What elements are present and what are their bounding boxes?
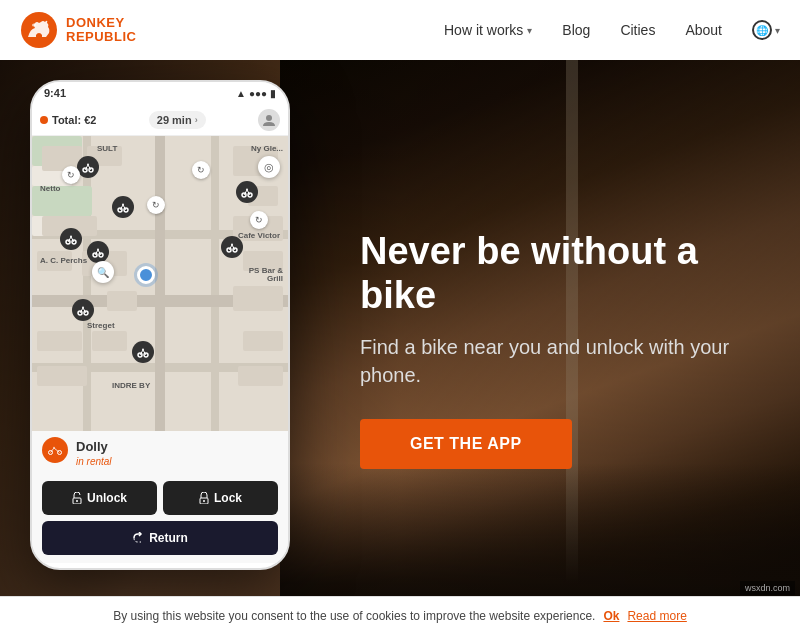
svg-point-29 xyxy=(53,447,54,448)
map-block xyxy=(238,366,283,386)
phone-mockup: 9:41 ▲ ●●● ▮ Total: €2 29 min › xyxy=(30,80,300,580)
map-label-ny: Ny Gle... xyxy=(251,144,283,153)
phone-status-bar: 9:41 ▲ ●●● ▮ xyxy=(32,82,288,104)
return-icon xyxy=(132,532,144,544)
map-pin[interactable] xyxy=(72,299,94,321)
nav-about[interactable]: About xyxy=(685,22,722,38)
bike-pin-icon xyxy=(82,161,94,173)
cookie-banner: By using this website you consent to the… xyxy=(0,596,800,635)
hero-subtitle: Find a bike near you and unlock with you… xyxy=(360,333,740,389)
refresh-icon[interactable]: ↻ xyxy=(147,196,165,214)
signal-icon: ●●● xyxy=(249,88,267,99)
svg-point-2 xyxy=(266,115,272,121)
ride-cost: Total: €2 xyxy=(40,114,96,126)
phone-screen: 9:41 ▲ ●●● ▮ Total: €2 29 min › xyxy=(30,80,290,570)
ride-duration[interactable]: 29 min › xyxy=(149,111,206,129)
profile-icon[interactable] xyxy=(258,109,280,131)
map-block xyxy=(107,291,137,311)
bike-name: Dolly xyxy=(76,439,112,454)
bike-pin-icon xyxy=(117,201,129,213)
user-icon xyxy=(262,113,276,127)
map-pin[interactable] xyxy=(87,241,109,263)
action-buttons: Unlock Lock xyxy=(42,481,278,515)
hero-title: Never be without a bike xyxy=(360,230,740,317)
svg-point-1 xyxy=(32,24,36,27)
nav-links: How it works ▾ Blog Cities About 🌐 ▾ xyxy=(444,20,780,40)
svg-point-11 xyxy=(122,204,124,206)
map-pin[interactable] xyxy=(132,341,154,363)
return-button[interactable]: Return xyxy=(42,521,278,555)
unlock-button[interactable]: Unlock xyxy=(42,481,157,515)
ride-dot-icon xyxy=(40,116,48,124)
refresh-icon[interactable]: ↻ xyxy=(250,211,268,229)
map-block xyxy=(37,366,87,386)
battery-icon: ▮ xyxy=(270,88,276,99)
map-block xyxy=(37,331,82,351)
cookie-ok-button[interactable]: Ok xyxy=(603,609,619,623)
logo[interactable]: DONKEY REPUBLIC xyxy=(20,11,136,49)
hero-content: Never be without a bike Find a bike near… xyxy=(360,230,740,469)
svg-point-26 xyxy=(142,349,144,351)
nav-how-it-works[interactable]: How it works ▾ xyxy=(444,22,532,38)
language-selector[interactable]: 🌐 ▾ xyxy=(752,20,780,40)
map-label-stroeget: Streget xyxy=(87,321,115,330)
map-block xyxy=(92,331,127,351)
map-block xyxy=(233,286,283,311)
bike-pin-icon xyxy=(92,246,104,258)
map-pin[interactable] xyxy=(77,156,99,178)
navigation: DONKEY REPUBLIC How it works ▾ Blog Citi… xyxy=(0,0,800,60)
donkey-logo-icon xyxy=(20,11,58,49)
svg-point-31 xyxy=(76,500,78,502)
watermark: wsxdn.com xyxy=(740,581,795,595)
bike-pin-icon xyxy=(226,241,238,253)
svg-point-17 xyxy=(97,249,99,251)
nav-blog[interactable]: Blog xyxy=(562,22,590,38)
cookie-text: By using this website you consent to the… xyxy=(113,609,595,623)
refresh-icon[interactable]: ↻ xyxy=(62,166,80,184)
nav-cities[interactable]: Cities xyxy=(620,22,655,38)
map-label-indre: INDRE BY xyxy=(112,381,150,390)
ride-info-bar: Total: €2 29 min › xyxy=(32,104,288,136)
map-pin[interactable] xyxy=(236,181,258,203)
map-label-perchs: A. C. Perchs xyxy=(40,256,87,265)
bike-type-icon xyxy=(42,437,68,463)
unlock-icon xyxy=(72,492,82,504)
svg-point-33 xyxy=(203,500,205,502)
bicycle-icon xyxy=(48,445,62,455)
map-label-cafe: Cafe Victor xyxy=(238,231,280,240)
map-pin[interactable] xyxy=(112,196,134,218)
wifi-icon: ▲ xyxy=(236,88,246,99)
locate-icon[interactable]: ◎ xyxy=(258,156,280,178)
globe-icon: 🌐 xyxy=(752,20,772,40)
svg-point-14 xyxy=(246,189,248,191)
svg-point-5 xyxy=(87,164,89,166)
phone-time: 9:41 xyxy=(44,87,66,99)
logo-text: DONKEY REPUBLIC xyxy=(66,16,136,45)
map-label-netto: Netto xyxy=(40,184,60,193)
phone-map[interactable]: SULT Netto A. C. Perchs Cafe Victor PS B… xyxy=(32,136,288,431)
map-label-psbar2: Grill xyxy=(267,274,283,283)
lock-icon xyxy=(199,492,209,504)
map-label-sult: SULT xyxy=(97,144,117,153)
bike-status: in rental xyxy=(76,456,112,467)
bike-pin-icon xyxy=(137,346,149,358)
bike-pin-icon xyxy=(77,304,89,316)
bike-pin-icon xyxy=(65,233,77,245)
svg-point-20 xyxy=(231,244,233,246)
map-area: SULT Netto A. C. Perchs Cafe Victor PS B… xyxy=(32,136,288,431)
refresh-icon[interactable]: ↻ xyxy=(192,161,210,179)
chevron-right-icon: › xyxy=(195,115,198,125)
map-pin[interactable] xyxy=(221,236,243,258)
search-control-icon[interactable]: 🔍 xyxy=(92,261,114,283)
map-pin[interactable] xyxy=(60,228,82,250)
get-the-app-button[interactable]: GET THE APP xyxy=(360,419,572,469)
status-icons: ▲ ●●● ▮ xyxy=(236,88,276,99)
map-block xyxy=(243,331,283,351)
selected-bike-pin[interactable] xyxy=(137,266,155,284)
svg-point-8 xyxy=(70,236,72,238)
chevron-down-icon: ▾ xyxy=(527,25,532,36)
chevron-down-icon: ▾ xyxy=(775,25,780,36)
svg-point-23 xyxy=(82,307,84,309)
cookie-read-more-link[interactable]: Read more xyxy=(627,609,686,623)
lock-button[interactable]: Lock xyxy=(163,481,278,515)
